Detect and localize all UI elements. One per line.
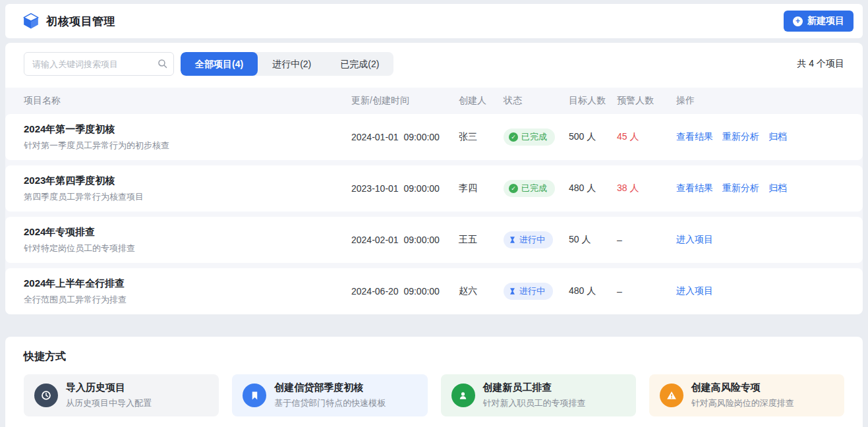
shortcut-desc: 从历史项目中导入配置 xyxy=(66,397,152,409)
status-badge: 进行中 xyxy=(504,283,553,300)
target-count: 50 人 xyxy=(569,234,617,246)
project-title: 2024年上半年全行排查 xyxy=(24,277,351,290)
project-desc: 针对第一季度员工异常行为的初步核查 xyxy=(24,140,351,152)
project-title: 2024年第一季度初核 xyxy=(24,123,351,136)
shortcut-desc: 针对高风险岗位的深度排查 xyxy=(691,397,794,409)
hourglass-icon xyxy=(509,236,516,244)
new-project-button[interactable]: + 新建项目 xyxy=(784,11,854,32)
shortcut-new-employee-check[interactable]: 创建新员工排查 针对新入职员工的专项排查 xyxy=(441,374,636,416)
shortcut-text: 创建新员工排查 针对新入职员工的专项排查 xyxy=(483,382,586,409)
shortcut-text: 导入历史项目 从历史项目中导入配置 xyxy=(66,382,152,409)
status-badge: ✓ 已完成 xyxy=(504,180,555,197)
reanalyze-link[interactable]: 重新分析 xyxy=(722,183,759,194)
update-time: 2024-06-20 09:00:00 xyxy=(351,286,459,297)
warning-count: – xyxy=(617,286,676,297)
shortcut-cards: 导入历史项目 从历史项目中导入配置 创建信贷部季度初核 基于信贷部门特点的快速模… xyxy=(24,374,844,416)
status-cell: 进行中 xyxy=(504,283,569,300)
check-circle-icon: ✓ xyxy=(509,132,518,142)
target-count: 480 人 xyxy=(569,285,617,297)
hourglass-icon xyxy=(509,287,516,295)
status-badge: 进行中 xyxy=(504,231,553,248)
project-name-cell: 2024年第一季度初核 针对第一季度员工异常行为的初步核查 xyxy=(24,123,351,152)
view-results-link[interactable]: 查看结果 xyxy=(676,131,713,143)
creator-name: 王五 xyxy=(459,234,504,246)
status-cell: ✓ 已完成 xyxy=(504,180,569,197)
shortcut-import-history[interactable]: 导入历史项目 从历史项目中导入配置 xyxy=(24,374,219,416)
shortcut-text: 创建高风险专项 针对高风险岗位的深度排查 xyxy=(691,382,794,409)
bookmark-icon xyxy=(243,384,266,407)
shortcuts-panel: 快捷方式 导入历史项目 从历史项目中导入配置 创建信贷部季度初核 xyxy=(5,337,863,427)
status-cell: ✓ 已完成 xyxy=(504,128,569,146)
warning-icon xyxy=(660,384,683,407)
shortcut-credit-dept-review[interactable]: 创建信贷部季度初核 基于信贷部门特点的快速模板 xyxy=(232,374,427,416)
row-actions: 查看结果 重新分析 归档 xyxy=(676,131,844,143)
col-target-count: 目标人数 xyxy=(569,95,617,107)
project-list-panel: 全部项目(4) 进行中(2) 已完成(2) 共 4 个项目 项目名称 更新/创建… xyxy=(5,43,863,314)
col-actions: 操作 xyxy=(676,95,844,107)
shortcut-desc: 针对新入职员工的专项排查 xyxy=(483,397,586,409)
project-desc: 针对特定岗位员工的专项排查 xyxy=(24,242,351,254)
shortcuts-title: 快捷方式 xyxy=(24,350,844,364)
update-time: 2023-10-01 09:00:00 xyxy=(351,183,459,194)
archive-link[interactable]: 归档 xyxy=(768,131,787,143)
package-cube-icon xyxy=(22,13,40,30)
enter-project-link[interactable]: 进入项目 xyxy=(676,234,713,246)
target-count: 480 人 xyxy=(569,183,617,194)
status-label: 进行中 xyxy=(519,285,545,297)
status-label: 已完成 xyxy=(521,131,547,143)
project-name-cell: 2024年专项排查 针对特定岗位员工的专项排查 xyxy=(24,226,351,254)
table-row: 2024年专项排查 针对特定岗位员工的专项排查 2024-02-01 09:00… xyxy=(5,217,863,263)
status-cell: 进行中 xyxy=(504,231,569,248)
total-count: 共 4 个项目 xyxy=(797,58,844,70)
table-row: 2024年上半年全行排查 全行范围员工异常行为排查 2024-06-20 09:… xyxy=(5,268,863,314)
update-time: 2024-02-01 09:00:00 xyxy=(351,235,459,245)
target-count: 500 人 xyxy=(569,131,617,143)
shortcut-title: 创建信贷部季度初核 xyxy=(274,382,386,394)
plus-icon: + xyxy=(793,16,803,26)
table-row: 2024年第一季度初核 针对第一季度员工异常行为的初步核查 2024-01-01… xyxy=(5,114,863,160)
search-input[interactable] xyxy=(24,52,174,76)
table-header: 项目名称 更新/创建时间 创建人 状态 目标人数 预警人数 操作 xyxy=(5,88,863,114)
creator-name: 张三 xyxy=(459,131,504,143)
status-label: 进行中 xyxy=(519,234,545,246)
status-badge: ✓ 已完成 xyxy=(504,128,555,146)
check-circle-icon: ✓ xyxy=(509,184,518,193)
table-body: 2024年第一季度初核 针对第一季度员工异常行为的初步核查 2024-01-01… xyxy=(5,114,863,314)
shortcut-text: 创建信贷部季度初核 基于信贷部门特点的快速模板 xyxy=(274,382,386,409)
shortcut-title: 导入历史项目 xyxy=(66,382,152,394)
row-actions: 进入项目 xyxy=(676,234,844,246)
project-name-cell: 2023年第四季度初核 第四季度员工异常行为核查项目 xyxy=(24,175,351,203)
table-row: 2023年第四季度初核 第四季度员工异常行为核查项目 2023-10-01 09… xyxy=(5,165,863,212)
warning-count: 38 人 xyxy=(617,183,676,194)
update-time: 2024-01-01 09:00:00 xyxy=(351,132,459,142)
search-icon[interactable] xyxy=(158,59,167,71)
tab-in-progress[interactable]: 进行中(2) xyxy=(258,52,326,76)
creator-name: 赵六 xyxy=(459,285,504,297)
person-icon xyxy=(451,384,475,407)
filter-tabs: 全部项目(4) 进行中(2) 已完成(2) xyxy=(181,52,393,76)
project-title: 2024年专项排查 xyxy=(24,226,351,239)
enter-project-link[interactable]: 进入项目 xyxy=(676,285,713,297)
col-project-name: 项目名称 xyxy=(24,95,351,107)
row-actions: 查看结果 重新分析 归档 xyxy=(676,183,844,194)
reanalyze-link[interactable]: 重新分析 xyxy=(722,131,759,143)
project-name-cell: 2024年上半年全行排查 全行范围员工异常行为排查 xyxy=(24,277,351,306)
shortcut-high-risk-special[interactable]: 创建高风险专项 针对高风险岗位的深度排查 xyxy=(649,374,844,416)
col-creator: 创建人 xyxy=(459,95,504,107)
app-brand: 初核项目管理 xyxy=(22,13,115,30)
tab-completed[interactable]: 已完成(2) xyxy=(326,52,393,76)
warning-count: – xyxy=(617,235,676,245)
shortcut-desc: 基于信贷部门特点的快速模板 xyxy=(274,397,386,409)
warning-count: 45 人 xyxy=(617,131,676,143)
page-title: 初核项目管理 xyxy=(46,14,115,29)
view-results-link[interactable]: 查看结果 xyxy=(676,183,713,194)
row-actions: 进入项目 xyxy=(676,285,844,297)
project-desc: 全行范围员工异常行为排查 xyxy=(24,294,351,306)
shortcut-title: 创建高风险专项 xyxy=(691,382,794,394)
tab-all-projects[interactable]: 全部项目(4) xyxy=(181,52,258,76)
project-title: 2023年第四季度初核 xyxy=(24,175,351,187)
archive-link[interactable]: 归档 xyxy=(768,183,787,194)
project-desc: 第四季度员工异常行为核查项目 xyxy=(24,191,351,203)
toolbar: 全部项目(4) 进行中(2) 已完成(2) 共 4 个项目 xyxy=(5,43,863,88)
new-project-label: 新建项目 xyxy=(807,15,844,27)
